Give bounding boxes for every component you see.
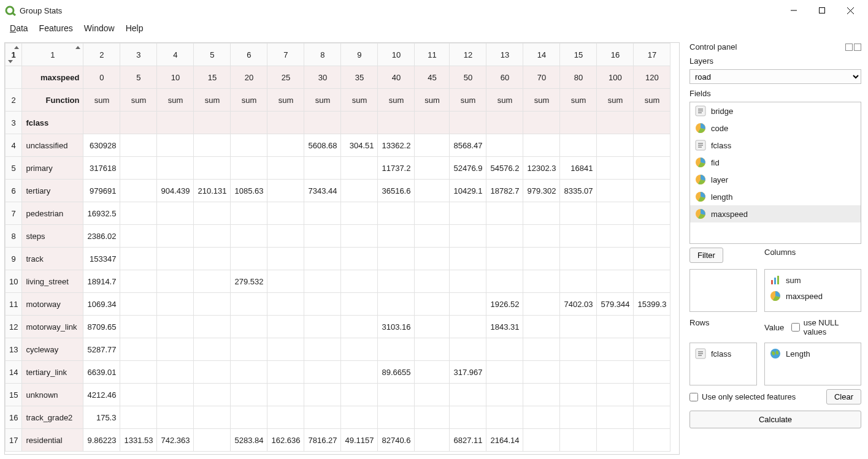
col-header[interactable]: 8: [304, 44, 341, 66]
layers-select[interactable]: road: [689, 69, 861, 84]
data-cell: [120, 248, 157, 270]
row-number[interactable]: 11: [6, 293, 22, 316]
data-cell: [194, 406, 231, 429]
menu-features[interactable]: Features: [34, 22, 78, 34]
field-item-code[interactable]: code: [690, 119, 861, 137]
field-item-maxspeed[interactable]: maxspeed: [690, 205, 861, 222]
data-cell: [157, 202, 194, 225]
columns-box[interactable]: summaxspeed: [764, 269, 861, 312]
use-null-checkbox[interactable]: use NULL values: [791, 318, 861, 336]
close-button[interactable]: [836, 1, 864, 20]
row-number[interactable]: 15: [6, 384, 22, 406]
col-header[interactable]: 2: [83, 44, 120, 66]
data-cell: [231, 361, 267, 384]
col-header[interactable]: 14: [523, 44, 560, 66]
column-item-maxspeed[interactable]: maxspeed: [767, 288, 858, 304]
minimize-button[interactable]: [780, 1, 808, 20]
col-header[interactable]: 4: [157, 44, 194, 66]
row-number[interactable]: 12: [6, 316, 22, 338]
maximize-button[interactable]: [808, 1, 836, 20]
field-item-fclass[interactable]: fclass: [690, 137, 861, 154]
fields-list[interactable]: bridgecodefclassfidlayerlengthmaxspeed: [689, 102, 861, 244]
data-cell: [415, 316, 450, 338]
data-cell: [597, 270, 634, 293]
table-scroll[interactable]: 11234567891011121314151617maxspeed051015…: [5, 43, 679, 454]
data-cell: [560, 248, 597, 270]
data-cell: [231, 157, 267, 180]
row-number[interactable]: 16: [6, 406, 22, 429]
data-cell: [267, 338, 304, 361]
filter-box[interactable]: [689, 269, 757, 312]
function-col: sum: [231, 89, 267, 112]
field-item-fid[interactable]: fid: [690, 154, 861, 171]
maxspeed-col: 30: [304, 66, 341, 89]
field-item-bridge[interactable]: bridge: [690, 102, 861, 119]
row-number[interactable]: 4: [6, 134, 22, 157]
data-cell: [634, 270, 670, 293]
data-cell: 89.6655: [378, 361, 415, 384]
data-cell: [486, 202, 523, 225]
maxspeed-col: 20: [231, 66, 267, 89]
field-item-length[interactable]: length: [690, 188, 861, 205]
row-number[interactable]: 14: [6, 361, 22, 384]
clear-button[interactable]: Clear: [826, 389, 861, 404]
col-header[interactable]: 10: [378, 44, 415, 66]
data-cell: [415, 338, 450, 361]
data-cell: [120, 338, 157, 361]
data-cell: [486, 225, 523, 248]
col-header[interactable]: 16: [597, 44, 634, 66]
data-cell: [597, 316, 634, 338]
data-cell: [560, 270, 597, 293]
row-item-fclass[interactable]: fclass: [693, 346, 754, 362]
col-header[interactable]: 5: [194, 44, 231, 66]
data-cell: 317.967: [450, 361, 486, 384]
calculate-button[interactable]: Calculate: [689, 411, 861, 428]
panel-close-icon[interactable]: [854, 44, 861, 51]
data-cell: 36516.6: [378, 180, 415, 202]
data-cell: 1069.34: [83, 293, 120, 316]
field-item-layer[interactable]: layer: [690, 171, 861, 188]
data-cell: 7343.44: [304, 180, 341, 202]
panel-dock-icon[interactable]: [845, 44, 853, 51]
data-cell: [120, 316, 157, 338]
col-header[interactable]: 1: [22, 44, 83, 66]
row-number[interactable]: 7: [6, 202, 22, 225]
col-header[interactable]: 17: [634, 44, 670, 66]
row-number[interactable]: 9: [6, 248, 22, 270]
menu-window[interactable]: Window: [79, 22, 120, 34]
row-number[interactable]: 13: [6, 338, 22, 361]
data-cell: [194, 429, 231, 452]
row-number[interactable]: 8: [6, 225, 22, 248]
function-col: sum: [267, 89, 304, 112]
value-item-Length[interactable]: Length: [767, 346, 858, 362]
filter-button[interactable]: Filter: [689, 248, 723, 263]
row-number[interactable]: 17: [6, 429, 22, 452]
function-col: sum: [634, 89, 670, 112]
data-cell: [194, 338, 231, 361]
row-number[interactable]: 6: [6, 180, 22, 202]
data-cell: [231, 134, 267, 157]
col-header[interactable]: 15: [560, 44, 597, 66]
data-cell: [157, 225, 194, 248]
row-number[interactable]: 10: [6, 270, 22, 293]
col-header[interactable]: 3: [120, 44, 157, 66]
rows-box[interactable]: fclass: [689, 343, 757, 385]
col-header[interactable]: 11: [415, 44, 450, 66]
col-header[interactable]: 9: [341, 44, 378, 66]
data-cell: [597, 248, 634, 270]
value-box[interactable]: Length: [764, 343, 861, 385]
data-cell: [341, 384, 378, 406]
data-cell: [267, 134, 304, 157]
col-header[interactable]: 7: [267, 44, 304, 66]
data-cell: 2386.02: [83, 225, 120, 248]
layers-label: Layers: [689, 56, 861, 66]
column-item-sum[interactable]: sum: [767, 272, 858, 288]
col-header[interactable]: 12: [450, 44, 486, 66]
menu-data[interactable]: Data: [5, 22, 33, 34]
col-header[interactable]: 13: [486, 44, 523, 66]
col-header[interactable]: 6: [231, 44, 267, 66]
menu-help[interactable]: Help: [121, 22, 148, 34]
row-number[interactable]: 5: [6, 157, 22, 180]
data-cell: [523, 293, 560, 316]
use-selected-checkbox[interactable]: Use only selected features: [689, 392, 796, 401]
